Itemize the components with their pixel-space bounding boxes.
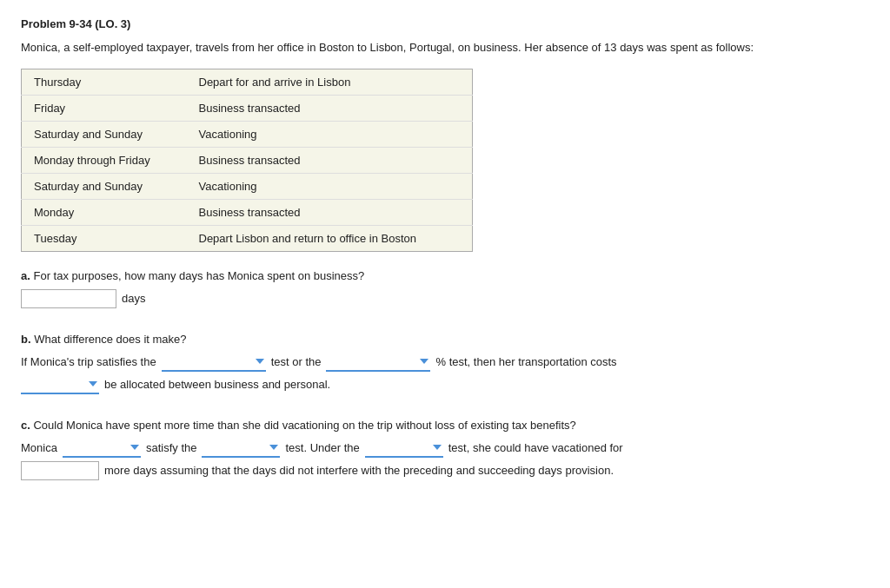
schedule-activity: Business transacted: [187, 199, 473, 225]
section-b-prefix: If Monica's trip satisfies the: [21, 355, 156, 368]
section-c-dropdown2-arrow: [269, 445, 278, 450]
section-a-days-input[interactable]: [21, 289, 116, 308]
section-c-middle1: satisfy the: [146, 441, 197, 454]
schedule-row: MondayBusiness transacted: [22, 199, 473, 225]
problem-title: Problem 9-34 (LO. 3): [21, 17, 869, 30]
section-b-line1: If Monica's trip satisfies the test or t…: [21, 353, 869, 372]
section-c-dropdown1-arrow: [130, 445, 139, 450]
section-b-dropdown3[interactable]: [21, 375, 99, 394]
schedule-day: Friday: [22, 95, 187, 121]
section-b-dropdown1[interactable]: [162, 353, 266, 372]
schedule-day: Tuesday: [22, 225, 187, 251]
section-b-middle: test or the: [271, 355, 322, 368]
section-c-dropdown2[interactable]: [202, 439, 280, 458]
schedule-row: ThursdayDepart for and arrive in Lisbon: [22, 69, 473, 95]
schedule-day: Saturday and Sunday: [22, 173, 187, 199]
intro-text: Monica, a self-employed taxpayer, travel…: [21, 39, 869, 56]
section-c: c. Could Monica have spent more time tha…: [21, 419, 869, 480]
schedule-row: Monday through FridayBusiness transacted: [22, 147, 473, 173]
section-b-label: b.: [21, 333, 31, 346]
section-b-dropdown2-arrow: [420, 359, 428, 364]
section-b-suffix: % test, then her transportation costs: [435, 355, 616, 368]
schedule-activity: Vacationing: [187, 173, 473, 199]
section-b-question: b. What difference does it make?: [21, 333, 869, 346]
schedule-row: TuesdayDepart Lisbon and return to offic…: [22, 225, 473, 251]
schedule-day: Thursday: [22, 69, 187, 95]
section-c-dropdown3[interactable]: [365, 439, 443, 458]
schedule-day: Monday through Friday: [22, 147, 187, 173]
schedule-activity: Business transacted: [187, 147, 473, 173]
section-c-dropdown3-arrow: [433, 445, 442, 450]
schedule-row: Saturday and SundayVacationing: [22, 173, 473, 199]
section-b-dropdown2[interactable]: [326, 353, 430, 372]
section-a-input-row: days: [21, 289, 869, 308]
section-b-line2-suffix: be allocated between business and person…: [104, 378, 330, 391]
schedule-activity: Vacationing: [187, 121, 473, 147]
schedule-row: FridayBusiness transacted: [22, 95, 473, 121]
section-c-prefix: Monica: [21, 441, 57, 454]
section-b-line2: be allocated between business and person…: [21, 375, 869, 394]
section-a-unit: days: [122, 292, 145, 305]
section-c-suffix: test, she could have vacationed for: [448, 441, 623, 454]
section-c-line2: more days assuming that the days did not…: [21, 461, 869, 480]
section-c-question-text: Could Monica have spent more time than s…: [33, 419, 575, 432]
section-c-dropdown1[interactable]: [63, 439, 141, 458]
schedule-row: Saturday and SundayVacationing: [22, 121, 473, 147]
section-c-days-input[interactable]: [21, 461, 99, 480]
schedule-day: Monday: [22, 199, 187, 225]
section-c-middle2: test. Under the: [285, 441, 359, 454]
section-c-line2-suffix: more days assuming that the days did not…: [104, 464, 614, 477]
section-b-question-text: What difference does it make?: [34, 333, 186, 346]
schedule-day: Saturday and Sunday: [22, 121, 187, 147]
schedule-table: ThursdayDepart for and arrive in LisbonF…: [21, 69, 473, 252]
schedule-activity: Business transacted: [187, 95, 473, 121]
section-b-dropdown3-arrow: [89, 381, 97, 386]
schedule-activity: Depart for and arrive in Lisbon: [187, 69, 473, 95]
section-c-question: c. Could Monica have spent more time tha…: [21, 419, 869, 432]
section-a-question-text: For tax purposes, how many days has Moni…: [33, 269, 364, 282]
section-a-label: a.: [21, 269, 30, 282]
schedule-activity: Depart Lisbon and return to office in Bo…: [187, 225, 473, 251]
section-a: a. For tax purposes, how many days has M…: [21, 269, 869, 308]
section-b-dropdown1-arrow: [256, 359, 264, 364]
section-c-line1: Monica satisfy the test. Under the test,…: [21, 439, 869, 458]
section-b: b. What difference does it make? If Moni…: [21, 333, 869, 394]
section-c-label: c.: [21, 419, 30, 432]
section-a-question: a. For tax purposes, how many days has M…: [21, 269, 869, 282]
